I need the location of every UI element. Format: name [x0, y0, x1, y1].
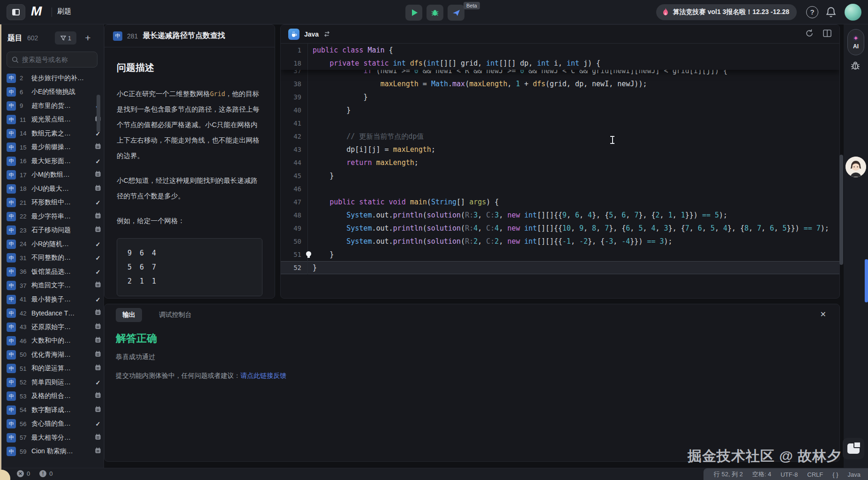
- submit-button[interactable]: [448, 5, 464, 21]
- problems-counts[interactable]: ✕ 0 ! 0: [17, 470, 52, 477]
- problem-list-item[interactable]: 中2徒步旅行中的补…: [0, 71, 104, 85]
- problem-list-item[interactable]: 中9超市里的货…✓: [0, 99, 104, 113]
- problem-list-item[interactable]: 中15最少前缀操…: [0, 141, 104, 155]
- code-line-51[interactable]: 51 }: [281, 248, 839, 261]
- status-item[interactable]: CRLF: [807, 471, 823, 478]
- code-line-49[interactable]: 49 System.out.println(solution(R:4, C:4,…: [281, 222, 839, 235]
- blue-scrollbar[interactable]: [865, 259, 868, 302]
- run-button[interactable]: [405, 5, 422, 21]
- problem-list-item[interactable]: 中18小U的最大…: [0, 182, 104, 196]
- problem-list-item[interactable]: 中21环形数组中…✓: [0, 196, 104, 210]
- code-line-40[interactable]: 40 }: [281, 104, 839, 117]
- topbar: M 刷题 Beta 算法竞技赛 vol1 3报名啦！12.23 -12.28 ?: [0, 0, 868, 24]
- problem-list-item[interactable]: 中11观光景点组…: [0, 113, 104, 127]
- filter-button[interactable]: 1: [55, 31, 76, 45]
- code-line-42[interactable]: 42 // 更新当前节点的dp值: [281, 130, 839, 143]
- vertical-scrollbar[interactable]: [839, 155, 843, 265]
- problem-list-item[interactable]: 中17小M的数组…: [0, 168, 104, 182]
- description-paragraph: 例如，给定一个网格：: [117, 213, 262, 229]
- problem-list-item[interactable]: 中51和的逆运算…: [0, 362, 104, 376]
- problem-status: [92, 447, 104, 456]
- pip-button[interactable]: [843, 438, 864, 459]
- problem-list-item[interactable]: 中31不同整数的…✓: [0, 251, 104, 265]
- note-icon: [95, 337, 101, 343]
- status-item[interactable]: { }: [832, 471, 838, 478]
- status-item[interactable]: UTF-8: [780, 471, 798, 478]
- ai-label: AI: [853, 43, 859, 50]
- sidebar-toggle-button[interactable]: [7, 4, 25, 20]
- problem-list-item[interactable]: 中6小E的怪物挑战: [0, 85, 104, 99]
- code-line-41[interactable]: 41: [281, 117, 839, 130]
- code-line-47[interactable]: 47 public static void main(String[] args…: [281, 195, 839, 209]
- problem-status: [92, 212, 104, 221]
- problem-number: 21: [20, 199, 29, 206]
- problem-list-item[interactable]: 中57最大相等分…: [0, 431, 104, 445]
- code-line-46[interactable]: 46: [281, 182, 839, 195]
- ai-assistant-button[interactable]: ✦ AI: [847, 29, 864, 55]
- reset-code-icon[interactable]: [805, 29, 814, 38]
- code-line-50[interactable]: 50 System.out.println(solution(R:2, C:2,…: [281, 235, 839, 248]
- problem-list-item[interactable]: 中24小R的随机…✓: [0, 237, 104, 251]
- problem-list-item[interactable]: 中36饭馆菜品选…✓: [0, 265, 104, 279]
- split-view-icon[interactable]: [823, 29, 832, 38]
- nav-problems-label[interactable]: 刷题: [57, 7, 71, 16]
- code-line-1[interactable]: 1public class Main {: [281, 44, 839, 57]
- warnings-icon: !: [39, 470, 46, 477]
- code-line-43[interactable]: 43 dp[i][j] = maxLength;: [281, 143, 839, 156]
- problem-list-item[interactable]: 中16最大矩形面…✓: [0, 154, 104, 168]
- problem-list-item[interactable]: 中22最少字符串…: [0, 210, 104, 224]
- line-number: 50: [281, 238, 301, 245]
- problem-list-item[interactable]: 中53及格的组合…: [0, 390, 104, 404]
- problem-name: 构造回文字…: [31, 281, 92, 290]
- problem-status: [92, 337, 104, 345]
- switch-language-icon[interactable]: [323, 31, 330, 37]
- contest-banner[interactable]: 算法竞技赛 vol1 3报名啦！12.23 -12.28: [656, 4, 797, 20]
- code-line-52[interactable]: 52}: [281, 261, 839, 274]
- note-icon: [95, 226, 101, 232]
- code-line-48[interactable]: 48 System.out.println(solution(R:3, C:3,…: [281, 209, 839, 222]
- search-box[interactable]: [7, 52, 97, 68]
- status-item[interactable]: 空格: 4: [752, 470, 771, 479]
- problem-list-item[interactable]: 中43还原原始字…: [0, 320, 104, 334]
- code-line-18[interactable]: 18 private static int dfs(int[][] grid, …: [281, 57, 839, 70]
- problem-list-item[interactable]: 中52简单四则运…✓: [0, 375, 104, 390]
- code-line-39[interactable]: 39 }: [281, 90, 839, 104]
- code-editor[interactable]: 37 if (newI >= 0 && newI < R && newJ >= …: [281, 44, 839, 298]
- problem-status: [92, 323, 104, 331]
- feedback-link[interactable]: 请点此链接反馈: [240, 372, 286, 379]
- debug-sidebar-icon[interactable]: [850, 60, 861, 71]
- help-icon[interactable]: ?: [806, 6, 818, 18]
- output-tab-输出[interactable]: 输出: [116, 308, 142, 322]
- code-line-45[interactable]: 45 }: [281, 169, 839, 182]
- problem-list-item[interactable]: 中23石子移动问题: [0, 224, 104, 238]
- add-button[interactable]: +: [85, 33, 90, 43]
- problem-list-item[interactable]: 中50优化青海湖…: [0, 348, 104, 362]
- problem-name: 数字翻译成…: [31, 406, 92, 414]
- output-tab-调试控制台[interactable]: 调试控制台: [152, 308, 198, 322]
- problem-name: 数组元素之…: [31, 129, 92, 138]
- user-avatar[interactable]: [845, 4, 861, 21]
- search-input[interactable]: [22, 56, 92, 63]
- code-line-38[interactable]: 38 maxLength = Math.max(maxLength, 1 + d…: [281, 77, 839, 90]
- bell-icon[interactable]: [825, 6, 837, 18]
- status-item[interactable]: 行 52, 列 2: [714, 470, 743, 479]
- problem-list-item[interactable]: 中46大数和中的…: [0, 334, 104, 348]
- problem-list-item[interactable]: 中41最小替换子…✓: [0, 292, 104, 307]
- sidebar-scrollbar[interactable]: [97, 95, 100, 132]
- problem-list-item[interactable]: 中54数字翻译成…: [0, 403, 104, 417]
- assistant-avatar[interactable]: [846, 157, 866, 177]
- problem-name: 不同整数的…: [31, 254, 92, 262]
- problem-list-item[interactable]: 中59Cion 勒索病…: [0, 445, 104, 459]
- problem-list-item[interactable]: 中37构造回文字…: [0, 279, 104, 293]
- close-icon[interactable]: ✕: [820, 310, 826, 319]
- debug-button[interactable]: [427, 5, 443, 21]
- code-line-44[interactable]: 44 return maxLength;: [281, 156, 839, 169]
- lightbulb-icon[interactable]: [306, 251, 311, 256]
- status-item[interactable]: Java: [848, 471, 861, 478]
- problem-list-item[interactable]: 中14数组元素之…✓: [0, 127, 104, 141]
- problem-status: [92, 226, 104, 234]
- problem-list-item[interactable]: 中56贪心猫的鱼…✓: [0, 417, 104, 431]
- problem-list-item[interactable]: 中42Bytedance T…: [0, 307, 104, 321]
- problem-status: [92, 143, 104, 151]
- problem-number: 6: [20, 89, 29, 96]
